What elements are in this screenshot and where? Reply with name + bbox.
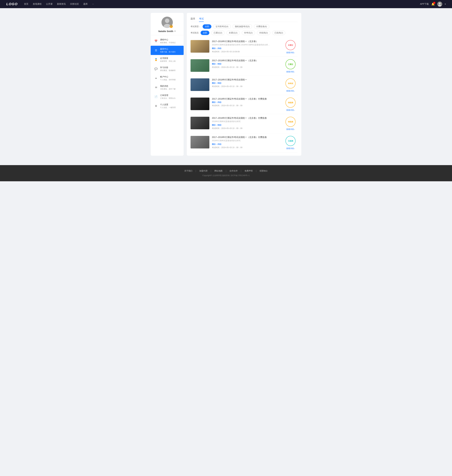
chevron-right-icon: › xyxy=(294,52,295,54)
sidebar-item-certificate[interactable]: 🏅 证书荣誉 收获荣誉、持证上岗 xyxy=(151,55,184,64)
profile-badge: 🏅 xyxy=(170,25,173,28)
sidebar-account-title: 账户中心 xyxy=(160,75,176,78)
exam-time-5: 考试时间：2019–05–03 10：09：09 xyxy=(212,127,281,130)
footer-about[interactable]: 关于我们 xyxy=(184,170,193,172)
exam-detail-link-3[interactable]: 查看详情 › xyxy=(286,90,295,92)
profile-name-area: Natalie Smith ✏ xyxy=(158,30,176,33)
chevron-right-icon: › xyxy=(294,71,295,73)
footer-partners[interactable]: 合作伙伴 xyxy=(229,170,238,172)
exam-info-1: 2017–2018年行测证件考试全国统一（北京卷） 2018年行测考试是最值得多… xyxy=(212,40,281,53)
sidebar-msg-title: 我的消息 xyxy=(160,85,176,88)
tab-bank[interactable]: 题库 xyxy=(191,16,195,22)
sidebar-cert-title: 证书荣誉 xyxy=(160,57,176,60)
sidebar-msg-sub: 消息通知、及时了解 xyxy=(160,88,176,90)
exam-status-area-2: 已通过 查看详情 › xyxy=(283,59,298,73)
filter-status-passed[interactable]: 已通过(2) xyxy=(211,31,225,35)
filter-status-review[interactable]: 待批阅(2) xyxy=(257,31,270,35)
tab-exam[interactable]: 考试 xyxy=(199,16,204,22)
filter-type-all[interactable]: 全部 xyxy=(203,24,211,29)
exam-info-5: 2017–2018年行测证件考试全国统一（北京卷）付费批卷 2018年行测考试是… xyxy=(212,117,281,130)
nav-news[interactable]: 新闻资讯 xyxy=(57,3,66,6)
calendar-icon: 📅 xyxy=(154,39,158,43)
exam-detail-link-4[interactable]: 查看详情 › xyxy=(286,109,295,112)
exam-status-stamp-1: 未通过 xyxy=(286,40,296,50)
filter-status-failed[interactable]: 未通过(2) xyxy=(226,31,240,35)
nav-more[interactable]: ··· xyxy=(92,3,94,6)
exam-score-2: 得分：99分 xyxy=(212,63,281,65)
svg-point-1 xyxy=(439,2,441,4)
sidebar-course-title: 课程中心 xyxy=(160,38,176,41)
nav-bank[interactable]: 题库 xyxy=(83,3,88,6)
footer-recruit[interactable]: 招贤纳士 xyxy=(259,170,268,172)
exam-score-6: 得分：25分 xyxy=(212,143,281,146)
user-menu-chevron[interactable]: ▾ xyxy=(445,3,446,5)
sidebar-item-orders[interactable]: 📄 订单管理 订单支出、明明白白 xyxy=(151,92,184,101)
diamond-icon: ♦ xyxy=(154,76,158,81)
exam-desc-1: 2018年行测考试是最值得多去研究 2018年行测考试是最值得多去研究 2018… xyxy=(212,43,272,46)
exam-status-filter-row: 考试状态 全部 已通过(2) 未通过(2) 待考试(2) 待批阅(2) 已批阅(… xyxy=(191,31,298,35)
nav-open[interactable]: 公开课 xyxy=(46,3,53,6)
footer-disclaimer[interactable]: 免费声明 xyxy=(245,170,253,172)
filter-type-cert[interactable]: 证书类考试(4) xyxy=(213,24,231,29)
list-icon: ☰ xyxy=(154,48,158,53)
sidebar-orders-sub: 订单支出、明明白白 xyxy=(160,97,176,99)
content-tabs: 题库 考试 xyxy=(191,16,298,22)
filter-type-random[interactable]: 随机抽题考试(5) xyxy=(233,24,252,29)
chevron-right-icon: › xyxy=(294,128,295,130)
exam-title-2: 2017–2018年行测证件考试全国统一（北京卷） xyxy=(212,59,281,62)
exam-thumb-5 xyxy=(191,117,209,129)
filter-status-pending[interactable]: 待考试(2) xyxy=(242,31,255,35)
filter-status-reviewed[interactable]: 已批阅(2) xyxy=(272,31,286,35)
orders-icon: 📄 xyxy=(154,95,158,99)
exam-thumb-4 xyxy=(191,98,209,110)
content-area: 题库 考试 考试类型： 全部 证书类考试(4) 随机抽题考试(5) 付费批卷(6… xyxy=(187,13,301,156)
svg-point-4 xyxy=(165,19,169,23)
exam-detail-link-2[interactable]: 查看详情 › xyxy=(286,71,295,73)
footer-sitemap[interactable]: 网站地图 xyxy=(214,170,223,172)
exam-status-stamp-4: 待批阅 xyxy=(286,98,296,108)
exam-type-label: 考试类型： xyxy=(191,25,201,28)
sidebar-item-account[interactable]: ♦ 账户中心 个人权益、实时掌握 xyxy=(151,74,184,83)
sidebar-item-question-bank[interactable]: ☰ 题库中心 海量习题、助力通关 xyxy=(151,46,184,55)
exam-info-2: 2017–2018年行测证件考试全国统一（北京卷） 得分：99分 考试时间：20… xyxy=(212,59,281,69)
nav-home[interactable]: 首页 xyxy=(24,3,28,6)
exam-detail-link-5[interactable]: 查看详情 › xyxy=(286,128,295,131)
exam-score-4: 得分：25分 xyxy=(212,101,281,104)
message-icon: ✉ xyxy=(154,85,158,90)
exam-info-6: 2017–2018年行测证件考试全国统一（北京卷）付费批卷 2018年行测考试是… xyxy=(212,136,281,149)
footer-links: 关于我们 | 加盟代理 | 网站地图 | 合作伙伴 | 免费声明 | 招贤纳士 xyxy=(6,170,446,172)
exam-status-area-6: 已批阅 查看详情 › xyxy=(283,136,298,150)
exam-thumb-6 xyxy=(191,136,209,149)
certificate-icon: 🏅 xyxy=(154,57,158,62)
logo[interactable]: LOGO xyxy=(6,2,18,6)
sidebar-item-message[interactable]: ✉ 我的消息 消息通知、及时了解 xyxy=(151,83,184,92)
exam-item: 2017–2018年行测证件考试全国统一（北京卷） 得分：99分 考试时间：20… xyxy=(191,57,298,76)
sidebar-bank-sub: 海量习题、助力通关 xyxy=(160,51,176,53)
sidebar-item-qa[interactable]: 💬 学习问答 课后重温、疑难解答 xyxy=(151,64,184,74)
exam-title-3: 2017–2018年行测证件考试全国统一 xyxy=(212,78,281,81)
exam-type-filter-row: 考试类型： 全部 证书类考试(4) 随机抽题考试(5) 付费批卷(6) xyxy=(191,24,298,29)
profile-edit-icon[interactable]: ✏ xyxy=(174,30,176,32)
nav-courses[interactable]: 发现课程 xyxy=(33,3,42,6)
footer-franchise[interactable]: 加盟代理 xyxy=(199,170,207,172)
profile-name-text: Natalie Smith xyxy=(158,30,173,33)
chat-icon: 💬 xyxy=(154,67,158,71)
exam-detail-link-1[interactable]: 查看详情 › xyxy=(286,51,295,54)
exam-detail-link-6[interactable]: 查看详情 › xyxy=(286,147,295,150)
exam-score-5: 得分：99分 xyxy=(212,124,281,126)
exam-status-area-1: 未通过 查看详情 › xyxy=(283,40,298,54)
avatar[interactable] xyxy=(437,2,442,7)
bell-button[interactable]: 🔔 1 xyxy=(431,2,435,6)
filter-type-paid[interactable]: 付费批卷(6) xyxy=(254,24,269,29)
nav-qa[interactable]: 问答社区 xyxy=(70,3,79,6)
footer-copyright: Copyright® 云朵商学院 版权所有 京ICP备17051340号–1 xyxy=(6,174,446,177)
app-download[interactable]: APP下载 xyxy=(420,3,429,6)
sidebar-item-settings[interactable]: ⚙ 个人设置 个人信息、一键管理 xyxy=(151,101,184,111)
exam-time-2: 考试时间：2019–05–03 10：09：09 xyxy=(212,66,281,69)
chevron-right-icon: › xyxy=(294,148,295,150)
sidebar-item-course[interactable]: 📅 课程中心 精彩课程、不容错过 xyxy=(151,36,184,46)
exam-item: 2017–2018年行测证件考试全国统一（北京卷） 2018年行测考试是最值得多… xyxy=(191,38,298,57)
filter-status-all[interactable]: 全部 xyxy=(200,31,209,35)
exam-info-4: 2017–2018年行测证件考试全国统一（北京卷）付费批卷 得分：25分 考试时… xyxy=(212,98,281,107)
exam-time-6: 考试时间：2019–05–03 10：09：09 xyxy=(212,146,281,149)
